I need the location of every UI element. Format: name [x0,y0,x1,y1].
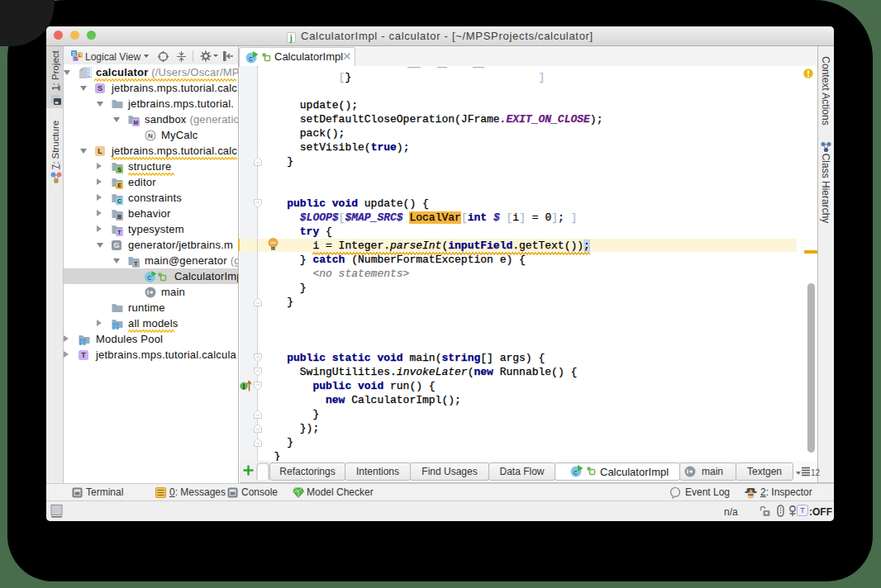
svg-text:★: ★ [749,487,753,492]
svg-text:c: c [574,469,578,477]
svg-text:c: c [147,274,151,282]
svg-text:c: c [249,55,253,64]
svg-text:L: L [79,53,81,58]
svg-text:I: I [242,383,245,391]
svg-text:N: N [148,132,153,140]
